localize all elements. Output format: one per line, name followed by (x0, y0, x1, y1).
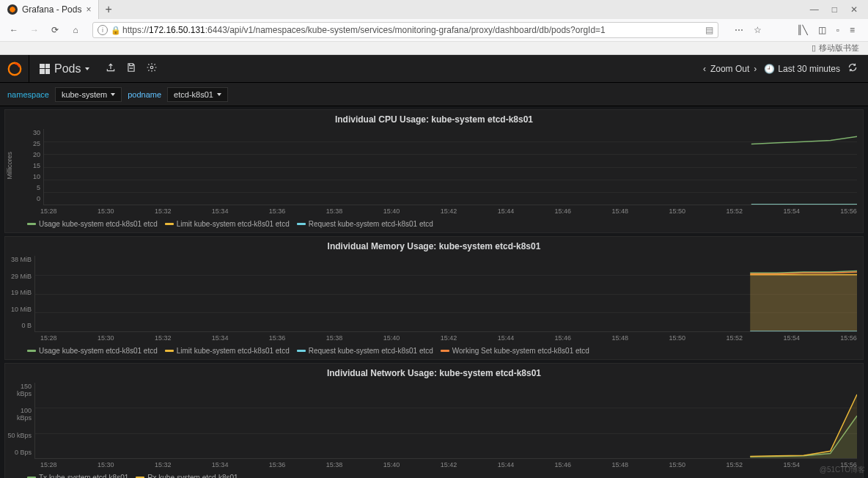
legend-label: Limit kube-system etcd-k8s01 etcd (177, 220, 290, 228)
lock-icon: 🔒 (111, 26, 121, 35)
new-tab-button[interactable]: + (99, 3, 117, 16)
overflow-menu-icon[interactable]: ⋯ (735, 25, 743, 35)
panel-title: Individual Memory Usage: kube-system etc… (5, 237, 863, 253)
grafana-logo-icon (7, 61, 23, 77)
sidebar-icon[interactable]: ◫ (818, 25, 826, 35)
window-controls: — □ ✕ (800, 4, 868, 15)
legend-swatch-icon (297, 350, 306, 352)
legend-item[interactable]: Tx kube-system etcd-k8s01 (27, 474, 128, 478)
legend-item[interactable]: Request kube-system etcd-k8s01 etcd (297, 347, 433, 355)
site-info-icon[interactable]: i (98, 25, 108, 35)
y-axis-ticks: 38 MiB29 MiB19 MiB10 MiB0 B (5, 253, 34, 332)
legend-label: Working Set kube-system etcd-k8s01 etcd (452, 347, 589, 355)
forward-button[interactable]: → (26, 22, 43, 38)
chart-legend: Tx kube-system etcd-k8s01Rx kube-system … (5, 471, 863, 478)
zoom-out-button[interactable]: ‹ Zoom Out › (703, 64, 757, 74)
mobile-bookmarks-label[interactable]: 移动版书签 (819, 43, 859, 54)
bookmark-star-icon[interactable]: ☆ (754, 25, 762, 35)
legend-item[interactable]: Limit kube-system etcd-k8s01 etcd (165, 220, 290, 228)
bookmarks-toolbar: ▯ 移动版书签 (0, 41, 868, 54)
y-axis-ticks: 302520151050 (14, 126, 43, 205)
chevron-right-icon: › (754, 64, 757, 74)
chart-panel[interactable]: Individual CPU Usage: kube-system etcd-k… (4, 109, 864, 233)
address-bar[interactable]: i 🔒 https://172.16.50.131:6443/api/v1/na… (92, 22, 718, 38)
panel-title: Individual Network Usage: kube-system et… (5, 364, 863, 380)
var-podname-select[interactable]: etcd-k8s01 (167, 87, 228, 102)
chevron-down-icon (85, 67, 89, 70)
legend-label: Tx kube-system etcd-k8s01 (39, 474, 128, 478)
plot-area[interactable] (34, 383, 857, 459)
share-button[interactable] (106, 62, 116, 75)
legend-label: Usage kube-system etcd-k8s01 etcd (39, 220, 158, 228)
var-namespace-select[interactable]: kube-system (55, 87, 122, 102)
dashboard-grid-icon (40, 64, 50, 74)
tab-bar: Grafana - Pods × + — □ ✕ (0, 0, 868, 19)
reload-button[interactable]: ⟳ (47, 22, 63, 38)
legend-item[interactable]: Usage kube-system etcd-k8s01 etcd (27, 220, 158, 228)
minimize-icon[interactable]: — (810, 4, 819, 15)
dashboard-picker[interactable]: Pods (29, 62, 100, 76)
variable-bar: namespace kube-system podname etcd-k8s01 (0, 83, 868, 106)
plot-area[interactable] (34, 256, 857, 332)
legend-item[interactable]: Usage kube-system etcd-k8s01 etcd (27, 347, 158, 355)
save-button[interactable] (126, 62, 136, 75)
chart-panel[interactable]: Individual Network Usage: kube-system et… (4, 363, 864, 478)
panel-title: Individual CPU Usage: kube-system etcd-k… (5, 110, 863, 126)
close-window-icon[interactable]: ✕ (850, 4, 858, 15)
legend-swatch-icon (27, 350, 36, 352)
legend-swatch-icon (27, 223, 36, 225)
browser-chrome: Grafana - Pods × + — □ ✕ ← → ⟳ ⌂ i 🔒 htt… (0, 0, 868, 55)
legend-label: Usage kube-system etcd-k8s01 etcd (39, 347, 158, 355)
menu-icon[interactable]: ≡ (850, 25, 855, 35)
chevron-left-icon: ‹ (703, 64, 706, 74)
chevron-down-icon (111, 93, 115, 96)
x-axis-ticks: 15:2815:3015:3215:3415:3615:3815:4015:42… (5, 205, 863, 217)
legend-swatch-icon (165, 350, 174, 352)
zoom-out-label: Zoom Out (710, 64, 749, 74)
x-axis-ticks: 15:2815:3015:3215:3415:3615:3815:4015:42… (5, 332, 863, 344)
plot-area[interactable] (43, 129, 857, 205)
tab-title: Grafana - Pods (22, 4, 81, 15)
grafana-favicon-icon (7, 4, 18, 15)
back-button[interactable]: ← (6, 22, 22, 38)
grafana-topbar: Pods ‹ Zoom Out › 🕘 Last 30 minutes (0, 55, 868, 83)
svg-point-1 (151, 66, 154, 69)
legend-item[interactable]: Rx kube-system etcd-k8s01 (136, 474, 238, 478)
reader-mode-icon[interactable]: ▤ (705, 25, 713, 35)
grafana-logo[interactable] (0, 55, 29, 83)
url-text: https://172.16.50.131:6443/api/v1/namesp… (122, 25, 701, 35)
mobile-bookmarks-icon[interactable]: ▯ (812, 43, 816, 53)
maximize-icon[interactable]: □ (832, 4, 837, 15)
legend-item[interactable]: Limit kube-system etcd-k8s01 etcd (165, 347, 290, 355)
settings-button[interactable] (147, 62, 157, 75)
legend-swatch-icon (297, 223, 306, 225)
grafana-app: Pods ‹ Zoom Out › 🕘 Last 30 minutes name… (0, 55, 868, 478)
legend-label: Rx kube-system etcd-k8s01 (147, 474, 238, 478)
chart-legend: Usage kube-system etcd-k8s01 etcdLimit k… (5, 217, 863, 232)
legend-label: Request kube-system etcd-k8s01 etcd (309, 347, 433, 355)
clock-icon: 🕘 (764, 64, 775, 74)
legend-swatch-icon (165, 223, 174, 225)
dashboard-name: Pods (54, 62, 81, 76)
close-tab-icon[interactable]: × (86, 4, 91, 15)
library-icon[interactable]: ║╲ (797, 25, 807, 35)
time-range-picker[interactable]: 🕘 Last 30 minutes (764, 64, 840, 74)
extension-icon[interactable]: ▫ (836, 25, 839, 35)
legend-item[interactable]: Working Set kube-system etcd-k8s01 etcd (441, 347, 589, 355)
chart-legend: Usage kube-system etcd-k8s01 etcdLimit k… (5, 344, 863, 359)
chart-panel[interactable]: Individual Memory Usage: kube-system etc… (4, 236, 864, 360)
chevron-down-icon (217, 93, 221, 96)
home-button[interactable]: ⌂ (67, 22, 84, 38)
y-axis-ticks: 150 kBps100 kBps50 kBps0 Bps (5, 380, 34, 459)
legend-label: Limit kube-system etcd-k8s01 etcd (177, 347, 290, 355)
y-axis-label: Millicores (5, 152, 14, 180)
refresh-button[interactable] (847, 62, 858, 75)
var-podname-label: podname (128, 90, 161, 99)
legend-item[interactable]: Request kube-system etcd-k8s01 etcd (297, 220, 433, 228)
legend-swatch-icon (441, 350, 449, 352)
browser-tab[interactable]: Grafana - Pods × (0, 0, 99, 19)
x-axis-ticks: 15:2815:3015:3215:3415:3615:3815:4015:42… (5, 459, 863, 471)
legend-label: Request kube-system etcd-k8s01 etcd (309, 220, 433, 228)
var-namespace-label: namespace (7, 90, 49, 99)
nav-bar: ← → ⟳ ⌂ i 🔒 https://172.16.50.131:6443/a… (0, 19, 868, 41)
